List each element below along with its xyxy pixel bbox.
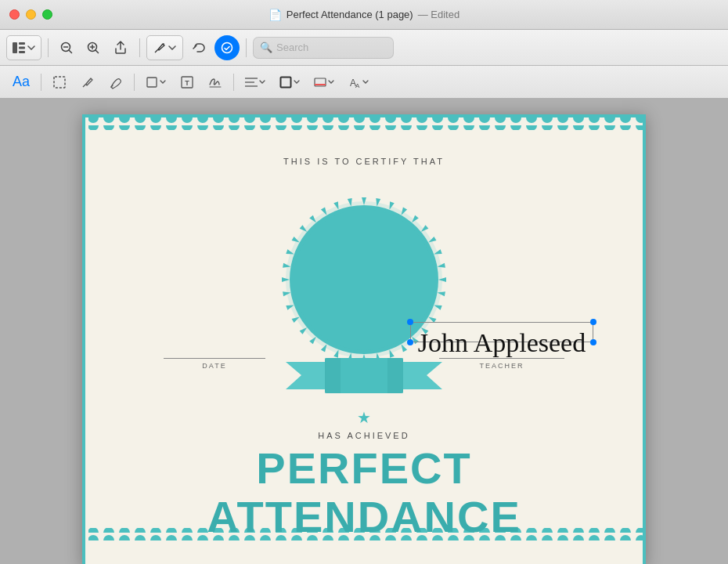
pen-tool-button[interactable] [146,35,183,60]
smooth-pen-button[interactable] [104,71,128,93]
svg-text:A: A [355,82,360,89]
window-title-area: 📄 Perfect Attendance (1 page) — Edited [268,9,460,21]
toolbar-separator-2 [139,38,140,57]
handle-bl [407,339,413,345]
date-underline [164,358,265,359]
font-size-button[interactable]: A A [344,71,373,93]
signature-text: John Appleseed [418,330,586,356]
zoom-in-icon [87,42,99,54]
pen-icon [81,75,95,89]
undo-icon [192,41,206,55]
fmt-separator-1 [41,74,41,91]
svg-rect-3 [19,51,25,53]
sidebar-icon [13,42,25,53]
svg-point-11 [222,42,232,52]
selection-button[interactable] [48,71,71,93]
color-icon [314,76,326,89]
svg-rect-0 [13,42,17,53]
minimize-button[interactable] [26,9,36,20]
toolbar-separator-3 [246,38,247,57]
svg-line-6 [69,50,72,53]
smooth-pen-icon [109,75,123,89]
canvas-area: THIS IS TO CERTIFY THAT DATE [0,99,728,564]
doc-icon: 📄 [268,9,282,21]
close-button[interactable] [9,9,20,20]
svg-marker-71 [387,358,403,393]
svg-text:T: T [185,79,189,87]
certificate: THIS IS TO CERTIFY THAT DATE [82,114,646,564]
border-style-button[interactable] [275,71,305,93]
annotate-icon [221,42,233,54]
fullscreen-button[interactable] [42,9,52,20]
window-title: Perfect Attendance (1 page) [287,9,413,20]
fmt-separator-2 [134,74,135,91]
teacher-label: TEACHER [479,362,524,370]
border-style-icon [279,76,292,89]
svg-rect-2 [19,46,25,49]
search-box[interactable]: 🔍 Search [253,37,394,59]
back-button[interactable] [186,35,211,60]
svg-rect-1 [19,42,25,45]
color-button[interactable] [309,71,339,93]
annotate-button[interactable] [214,35,240,60]
handle-br [590,339,596,345]
cert-has-achieved: HAS ACHIEVED [318,431,409,440]
title-bar: 📄 Perfect Attendance (1 page) — Edited [0,0,728,30]
zoom-out-button[interactable] [55,36,78,60]
chevron-down-icon [27,45,35,50]
font-format-button[interactable]: Aa [8,71,34,93]
main-toolbar: 🔍 Search [0,30,728,66]
traffic-lights [9,9,52,20]
fmt-separator-3 [233,74,234,91]
chevron-down-icon [168,45,176,50]
zoom-in-button[interactable] [81,36,105,60]
pen-button[interactable] [76,71,99,93]
font-size-icon: A A [348,76,361,89]
edited-status: — Edited [418,9,460,20]
format-toolbar: Aa T [0,66,728,99]
svg-marker-70 [325,358,341,393]
sidebar-toggle-button[interactable] [6,35,41,60]
chevron-down-icon [259,80,265,84]
selection-icon [52,75,67,89]
share-button[interactable] [108,35,133,60]
svg-rect-13 [147,78,157,87]
toolbar-separator-1 [48,38,49,57]
teacher-underline [439,358,564,359]
cert-main-title: PERFECT ATTENDANCE [124,444,604,540]
signature-icon [208,75,222,89]
text-box-icon: T [180,75,194,89]
align-button[interactable] [240,71,270,93]
search-input[interactable]: Search [276,42,308,53]
pen-tool-icon [153,42,166,54]
signature-button[interactable] [204,71,227,93]
handle-tr [590,319,596,325]
svg-rect-19 [281,77,291,87]
cert-content: THIS IS TO CERTIFY THAT DATE [85,118,643,564]
svg-rect-12 [54,77,65,88]
text-box-button[interactable]: T [175,71,199,93]
share-icon [114,41,128,55]
shapes-icon [146,76,158,89]
shapes-button[interactable] [141,71,171,93]
chevron-down-icon [294,80,300,84]
cert-date-line: DATE [156,358,273,370]
chevron-down-icon [362,80,369,84]
handle-tl [407,319,413,325]
date-label: DATE [202,362,226,370]
cert-certify-text: THIS IS TO CERTIFY THAT [283,157,445,166]
font-aa-label: Aa [13,74,30,90]
align-icon [245,77,258,88]
chevron-down-icon [160,80,166,84]
search-icon: 🔍 [260,42,272,53]
svg-line-10 [96,50,99,53]
chevron-down-icon [328,80,334,84]
zoom-out-icon [60,42,73,54]
